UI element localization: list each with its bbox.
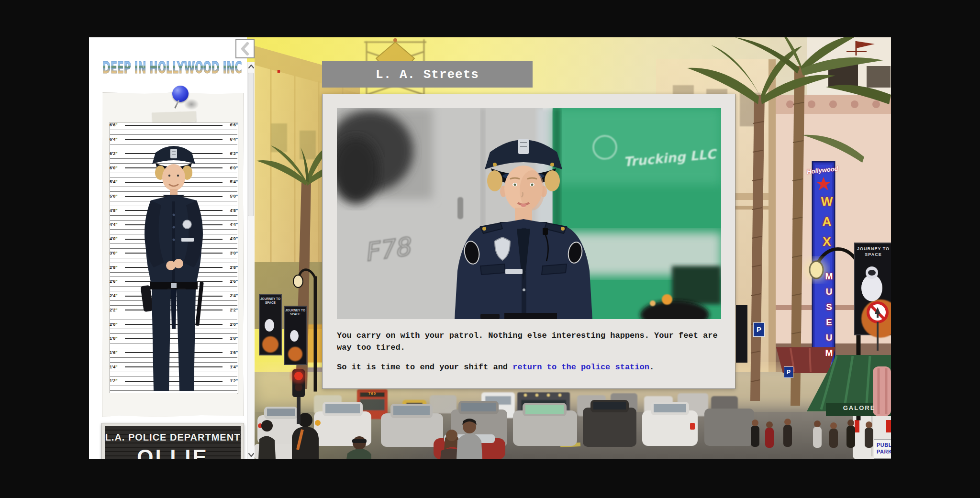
chevron-down-icon: [248, 453, 254, 457]
pushpin-icon: [172, 86, 189, 102]
placard-department-text: L.A. POLICE DEPARTMENT: [105, 432, 241, 443]
placard-name-text: OLLIE: [105, 445, 241, 459]
scroll-up-button[interactable]: [247, 62, 255, 71]
lapd-placard: L.A. POLICE DEPARTMENT OLLIE: [102, 423, 244, 459]
passage-paragraph-2: So it is time to end your shift and retu…: [337, 362, 721, 374]
chevron-left-icon: [239, 41, 251, 57]
passage-panel: F78 Trucking LLC: [322, 94, 735, 389]
pushpin-shadow: [184, 99, 199, 110]
mugshot-card: 6'6"6'6"6'4"6'4"6'2"6'2"6'0"6'0"5'4"5'4"…: [102, 92, 244, 417]
passage-paragraph-1: You carry on with your patrol. Nothing e…: [337, 330, 721, 354]
logo-period: .: [276, 59, 281, 76]
logo-text: DEEP IN HOLLYWOOD INC: [102, 58, 242, 77]
officer-mugshot-illustration: [110, 123, 238, 393]
letterboard: L.A. POLICE DEPARTMENT OLLIE: [105, 426, 241, 459]
page-title: L. A. Streets: [376, 67, 479, 82]
game-window: Hollywood WAX MUSEUM GALORE PUBLIC PARKI…: [89, 37, 891, 459]
paragraph-text: .: [649, 363, 654, 372]
mugshot-bottom-margin: [109, 393, 237, 417]
return-to-police-station-link[interactable]: return to the police station: [512, 363, 649, 372]
patrol-photo: F78 Trucking LLC: [337, 108, 721, 319]
sidebar-scrollbar[interactable]: [247, 62, 255, 459]
chevron-up-icon: [248, 65, 254, 68]
paragraph-text: So it is time to end your shift and: [337, 363, 512, 372]
location-title-bar: L. A. Streets: [322, 61, 533, 88]
sidebar: DEEP IN HOLLYWOOD INC. 6'6"6'6"6'4"6'4"6…: [89, 37, 247, 459]
scroll-down-button[interactable]: [247, 451, 255, 459]
height-chart: 6'6"6'6"6'4"6'4"6'2"6'2"6'0"6'0"5'4"5'4"…: [109, 122, 238, 394]
paragraph-text: You carry on with your patrol. Nothing e…: [337, 331, 718, 352]
tape-decoration: [152, 111, 197, 123]
scrollbar-thumb[interactable]: [248, 73, 254, 216]
patrol-photo-illustration: F78 Trucking LLC: [337, 108, 721, 319]
sidebar-collapse-button[interactable]: [235, 39, 255, 58]
